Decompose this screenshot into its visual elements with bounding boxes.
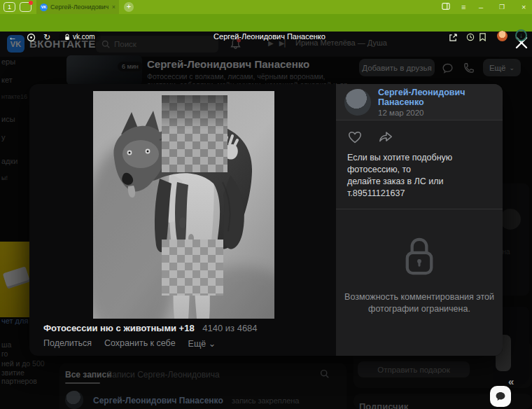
photo-actions-row: Поделиться Сохранить к себе Ещё ⌄ (43, 338, 216, 349)
close-window-button[interactable]: × (522, 2, 526, 12)
like-share-row (336, 120, 503, 145)
censor-mosaic-body (162, 240, 223, 296)
browser-tab-bar: 1 VK Сергей-Леонидович П × + ≡ – ❐ × (0, 0, 532, 14)
support-chat-fab[interactable] (490, 386, 511, 407)
more-action[interactable]: Ещё ⌄ (188, 338, 216, 349)
photo-counter: 4140 из 4684 (202, 323, 257, 333)
tab-close-icon[interactable]: × (112, 4, 115, 11)
browser-page-title: Сергей-Леонидович Панасенко (182, 32, 357, 41)
notification-dot (29, 1, 33, 5)
tab-counter-button[interactable]: 1 (4, 2, 15, 12)
comments-restricted-text: Возможность комментирования этой фотогра… (336, 291, 503, 315)
tab-panel-button[interactable] (20, 2, 31, 12)
like-heart-icon[interactable] (347, 130, 363, 145)
url-text: vk.com (73, 33, 95, 41)
chat-bubble-icon (495, 391, 506, 402)
restore-window-button[interactable]: ❐ (499, 2, 505, 12)
censor-mosaic-face (162, 95, 227, 172)
censored-photo[interactable] (93, 91, 274, 319)
refresh-button[interactable]: ↻ (43, 32, 50, 43)
tab-title: Сергей-Леонидович П (50, 4, 109, 11)
lock-icon (401, 235, 438, 278)
sidebar-toggle-icon[interactable] (442, 2, 450, 13)
browser-profile-avatar[interactable] (497, 31, 507, 41)
photo-viewer-modal: Фотосессии ню с животными +18 4140 из 46… (29, 84, 503, 356)
vk-favicon: VK (40, 4, 48, 11)
browser-tab-active[interactable]: VK Сергей-Леонидович П × (36, 0, 119, 14)
photo-info-panel: Сергей-Леонидович Панасенко 12 мар 2020 … (336, 84, 503, 356)
author-avatar[interactable] (344, 89, 371, 116)
address-chip[interactable]: vk.com (59, 31, 101, 43)
photo-date[interactable]: 12 мар 2020 (378, 109, 494, 117)
save-action[interactable]: Сохранить к себе (104, 338, 176, 349)
album-title-row: Фотосессии ню с животными +18 4140 из 46… (43, 323, 258, 333)
share-action[interactable]: Поделиться (43, 338, 92, 349)
browser-menu-icon[interactable]: ≡ (461, 2, 465, 12)
back-button[interactable]: ← (8, 32, 17, 43)
collapse-sidebar-icon[interactable]: « (508, 375, 514, 387)
author-name-link[interactable]: Сергей-Леонидович Панасенко (378, 88, 494, 107)
downloads-button[interactable]: ↓ (515, 29, 527, 41)
photo-author-row: Сергей-Леонидович Панасенко 12 мар 2020 (336, 84, 503, 120)
lock-icon (64, 34, 70, 41)
album-title-link[interactable]: Фотосессии ню с животными +18 (43, 323, 195, 333)
share-arrow-icon[interactable] (378, 130, 393, 145)
history-icon[interactable] (466, 32, 475, 44)
comments-locked-block (336, 235, 503, 281)
screen: VK ВКОНТАКТЕ Поиск ▶ ▶▏ Ирина Метелёва —… (0, 0, 532, 409)
photo-stage: Фотосессии ню с животными +18 4140 из 46… (29, 84, 336, 356)
share-icon[interactable] (449, 32, 458, 45)
new-tab-button[interactable]: + (124, 2, 134, 12)
protect-icon[interactable] (27, 32, 36, 45)
photo-caption: Если вы хотите подобную фотосессию, то д… (336, 145, 503, 209)
browser-toolbar: ← ↻ vk.com Сергей-Леонидович Панасенко ↓ (0, 14, 532, 32)
bookmarks-icon[interactable] (479, 32, 486, 44)
minimize-button[interactable]: – (479, 2, 483, 12)
